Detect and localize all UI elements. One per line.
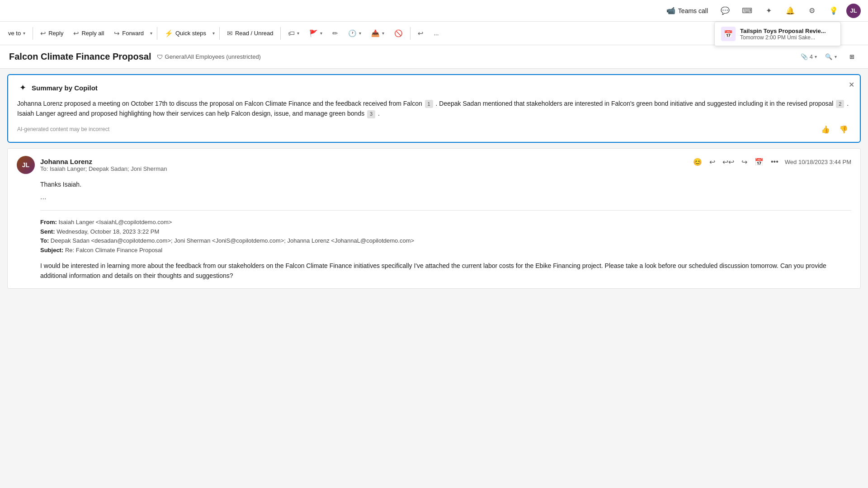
copilot-ref-3[interactable]: 3: [367, 110, 375, 118]
expand-button[interactable]: ⊞: [845, 51, 859, 63]
video-icon: 📹: [666, 6, 675, 15]
separator-5: [410, 27, 410, 40]
tag-icon: 🏷: [288, 29, 295, 37]
emoji-reaction-button[interactable]: 😊: [690, 156, 705, 168]
quoted-email: From: Isaiah Langer <IsaiahL@copilotdemo…: [40, 210, 851, 281]
email-subject: Falcon Climate Finance Proposal: [9, 52, 151, 62]
reply-all-msg-button[interactable]: ↩↩: [720, 156, 737, 168]
expand-icon: ⊞: [849, 53, 854, 60]
archive-button[interactable]: 📥 ▾: [367, 27, 389, 40]
move-to-button[interactable]: ve to ▾: [4, 27, 30, 39]
bulb-icon: 💡: [829, 6, 838, 15]
reply-all-button[interactable]: ↩ Reply all: [69, 27, 108, 40]
attach-icon: 📎: [801, 53, 808, 60]
zoom-button[interactable]: 🔍 ▾: [821, 51, 841, 63]
top-bar: 📹 Teams call 💬 ⌨ ✦ 🔔 ⚙ 💡 JL 📅 Tailsp: [0, 0, 868, 22]
notif-title: Tailspin Toys Proposal Revie...: [740, 28, 834, 34]
archive-arrow-icon: ▾: [382, 31, 384, 36]
message-header: JL Johanna Lorenz To: Isaiah Langer; Dee…: [17, 156, 851, 174]
flag-button[interactable]: 🚩 ▾: [305, 27, 327, 40]
sender-avatar: JL: [17, 156, 35, 174]
translate-icon: ⌨: [742, 6, 751, 15]
reply-msg-button[interactable]: ↩: [707, 156, 718, 168]
message-actions: 😊 ↩ ↩↩ ↪ 📅 •••: [690, 156, 781, 168]
copilot-header: ✦ Summary by Copilot: [17, 82, 851, 93]
clock-icon: 🕐: [348, 29, 357, 38]
read-unread-group: ✉ Read / Unread: [222, 27, 278, 40]
copilot-button[interactable]: ✦: [760, 4, 778, 18]
shield-icon: 🛡: [157, 53, 163, 61]
forward-group: ↪ Forward ▾: [109, 27, 154, 40]
quick-steps-dropdown[interactable]: ▾: [211, 28, 217, 38]
highlight-icon: ✏: [332, 29, 338, 38]
copilot-close-button[interactable]: ✕: [849, 80, 854, 89]
bell-button[interactable]: 🔔: [781, 4, 799, 18]
copilot-feedback: 👍 👎: [818, 124, 851, 135]
teams-call-label: Teams call: [678, 7, 708, 14]
more-label: ...: [434, 30, 439, 37]
copilot-ref-1[interactable]: 1: [425, 100, 433, 108]
forward-button[interactable]: ↪ Forward: [109, 27, 148, 40]
copilot-ref-2[interactable]: 2: [836, 100, 844, 108]
message-ellipsis[interactable]: ...: [40, 191, 851, 203]
reply-label: Reply: [48, 30, 63, 37]
attachment-count[interactable]: 📎 4 ▾: [801, 53, 817, 60]
reply-icon: ↩: [40, 29, 46, 38]
email-thread: JL Johanna Lorenz To: Isaiah Langer; Dee…: [7, 148, 861, 289]
more-button[interactable]: ...: [429, 27, 443, 39]
calendar-msg-button[interactable]: 📅: [752, 156, 766, 168]
copilot-summary: ✕ ✦ Summary by Copilot Johanna Lorenz pr…: [7, 74, 861, 143]
translate-button[interactable]: ⌨: [738, 4, 756, 18]
tag-button[interactable]: 🏷 ▾: [283, 27, 304, 40]
top-bar-actions: 📹 Teams call 💬 ⌨ ✦ 🔔 ⚙ 💡 JL: [662, 4, 861, 18]
email-header: Falcon Climate Finance Proposal 🛡 Genera…: [0, 45, 868, 69]
quoted-to: To: Deepak Sadan <desadan@copilotdemo.co…: [40, 236, 851, 246]
undo-button[interactable]: ↩: [413, 27, 428, 40]
forward-dropdown[interactable]: ▾: [148, 28, 154, 38]
zoom-arrow-icon: ▾: [835, 54, 837, 59]
email-header-left: Falcon Climate Finance Proposal 🛡 Genera…: [9, 52, 261, 62]
quick-steps-label: Quick steps: [175, 30, 206, 37]
reply-button[interactable]: ↩ Reply: [36, 27, 68, 40]
highlight-button[interactable]: ✏: [328, 27, 343, 40]
message-date: Wed 10/18/2023 3:44 PM: [785, 159, 851, 165]
message-text: Thanks Isaiah.: [40, 179, 851, 189]
quick-steps-group: ⚡ Quick steps ▾: [160, 27, 217, 40]
quoted-body: I would be interested in learning more a…: [40, 261, 851, 281]
thumbs-up-button[interactable]: 👍: [818, 124, 833, 135]
bulb-button[interactable]: 💡: [825, 4, 843, 18]
message-meta: 😊 ↩ ↩↩ ↪ 📅 ••• Wed 10/18/2023 3:44 PM: [690, 156, 851, 168]
snooze-button[interactable]: 🕐 ▾: [344, 27, 366, 40]
flag-arrow-icon: ▾: [320, 31, 322, 36]
reply-all-icon: ↩: [73, 29, 79, 38]
block-button[interactable]: 🚫: [390, 27, 407, 40]
zoom-icon: 🔍: [825, 53, 832, 60]
teams-call-button[interactable]: 📹 Teams call: [662, 4, 712, 18]
copilot-disclaimer: AI-generated content may be incorrect: [17, 126, 109, 132]
read-unread-button[interactable]: ✉ Read / Unread: [222, 27, 278, 40]
quick-steps-icon: ⚡: [165, 29, 173, 38]
message-body: Thanks Isaiah. ... From: Isaiah Langer <…: [40, 179, 851, 281]
copilot-sparkle-icon: ✦: [17, 82, 28, 93]
forward-msg-button[interactable]: ↪: [739, 156, 750, 168]
settings-button[interactable]: ⚙: [803, 4, 821, 18]
chat-button[interactable]: 💬: [716, 4, 734, 18]
chat-icon: 💬: [721, 6, 730, 15]
read-unread-label: Read / Unread: [235, 30, 274, 37]
separator-4: [280, 27, 281, 40]
notification-popup: 📅 Tailspin Toys Proposal Revie... Tomorr…: [714, 22, 841, 46]
quick-steps-button[interactable]: ⚡ Quick steps: [160, 27, 211, 40]
attach-arrow-icon: ▾: [815, 54, 817, 59]
sender-name: Johanna Lorenz: [40, 158, 167, 165]
thumbs-down-button[interactable]: 👎: [836, 124, 851, 135]
copilot-footer: AI-generated content may be incorrect 👍 …: [17, 124, 851, 135]
copilot-title: Summary by Copilot: [32, 84, 98, 92]
move-to-arrow: ▾: [23, 31, 25, 36]
forward-label: Forward: [122, 30, 144, 37]
archive-icon: 📥: [371, 29, 380, 38]
more-msg-button[interactable]: •••: [768, 156, 781, 168]
tag-arrow-icon: ▾: [297, 31, 299, 36]
separator-3: [219, 27, 220, 40]
avatar[interactable]: JL: [846, 4, 861, 18]
quoted-from: From: Isaiah Langer <IsaiahL@copilotdemo…: [40, 218, 851, 227]
